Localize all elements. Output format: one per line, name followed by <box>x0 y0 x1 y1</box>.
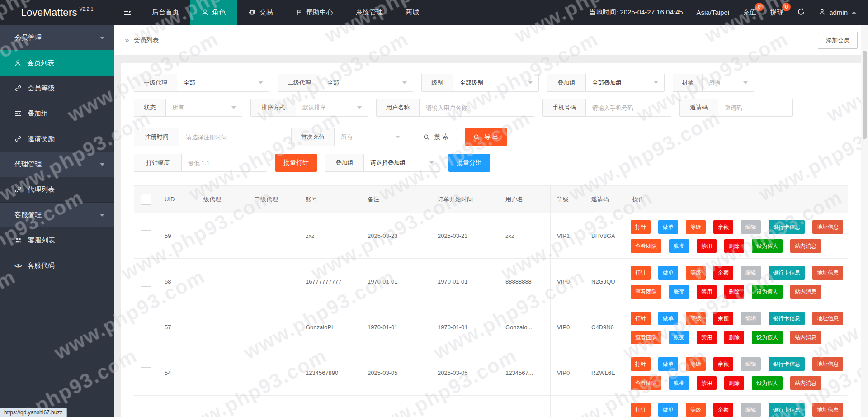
balance-button[interactable]: 余额 <box>713 357 733 371</box>
inject-button[interactable]: 打针 <box>631 403 651 417</box>
nav-help-center[interactable]: 帮助中心 <box>284 0 344 25</box>
level-button[interactable]: 等级 <box>686 312 706 325</box>
inject-button[interactable]: 打针 <box>631 220 651 234</box>
edit-button[interactable]: 编辑 <box>741 266 761 280</box>
make-order-button[interactable]: 做单 <box>658 403 678 417</box>
address-button[interactable]: 地址信息 <box>812 357 843 371</box>
set-fake-button[interactable]: 设为假人 <box>752 239 783 253</box>
recharge-link[interactable]: 充值 0 <box>743 8 756 17</box>
row-checkbox[interactable] <box>141 276 151 287</box>
address-button[interactable]: 地址信息 <box>812 266 843 280</box>
balance-button[interactable]: 余额 <box>713 220 733 234</box>
balance-button[interactable]: 余额 <box>713 403 733 417</box>
admin-menu[interactable]: admin <box>819 9 857 17</box>
row-checkbox[interactable] <box>141 230 151 241</box>
level-button[interactable]: 等级 <box>686 220 706 234</box>
level-button[interactable]: 等级 <box>686 357 706 371</box>
view-team-button[interactable]: 查看团队 <box>631 331 661 344</box>
sidebar-item-invite-reward[interactable]: 邀请奖励 <box>0 126 114 152</box>
sidebar-group-member-management[interactable]: 会员管理 <box>0 25 114 50</box>
edit-button[interactable]: 编辑 <box>741 403 761 417</box>
nav-mall[interactable]: 商城 <box>394 0 430 25</box>
filter-overlay-group-select[interactable]: 全部叠加组 <box>586 74 664 91</box>
account-change-button[interactable]: 账变 <box>669 239 689 253</box>
timezone-select[interactable]: Asia/Taipei <box>697 9 730 16</box>
sidebar-item-member-list[interactable]: 会员列表 <box>0 50 114 76</box>
search-button[interactable]: 搜 索 <box>415 128 457 146</box>
disable-button[interactable]: 禁用 <box>697 331 717 344</box>
inject-button[interactable]: 打针 <box>631 266 651 280</box>
nav-system[interactable]: 系统管理 <box>344 0 394 25</box>
inject-button[interactable]: 打针 <box>631 357 651 371</box>
site-message-button[interactable]: 站内消息 <box>790 239 821 253</box>
set-fake-button[interactable]: 设为假人 <box>752 331 783 344</box>
add-member-button[interactable]: 添加会员 <box>818 32 858 49</box>
address-button[interactable]: 地址信息 <box>812 312 843 325</box>
filter-second-agent-select[interactable]: 全部 <box>321 74 413 91</box>
filter-username-input[interactable] <box>420 99 534 116</box>
withdraw-link[interactable]: 提现 0 <box>770 8 783 17</box>
view-team-button[interactable]: 查看团队 <box>631 239 661 253</box>
row-checkbox[interactable] <box>141 413 151 417</box>
nav-roles[interactable]: 角色 <box>190 0 237 25</box>
filter-sort-select[interactable]: 默认排序 <box>296 99 368 116</box>
inject-button[interactable]: 打针 <box>631 312 651 325</box>
delete-button[interactable]: 删除 <box>724 331 744 344</box>
delete-button[interactable]: 删除 <box>724 285 744 299</box>
filter-first-agent-select[interactable]: 全部 <box>177 74 269 91</box>
make-order-button[interactable]: 做单 <box>658 357 678 371</box>
sidebar-item-overlay-group[interactable]: 叠加组 <box>0 101 114 126</box>
make-order-button[interactable]: 做单 <box>658 312 678 325</box>
sidebar-item-service-list[interactable]: 客服列表 <box>0 227 114 253</box>
make-order-button[interactable]: 做单 <box>658 220 678 234</box>
bank-card-button[interactable]: 银行卡信息 <box>769 220 805 234</box>
edit-button[interactable]: 编辑 <box>741 220 761 234</box>
sidebar-item-agent-list[interactable]: 代理列表 <box>0 177 114 202</box>
nav-trade[interactable]: 交易 <box>237 0 284 25</box>
balance-button[interactable]: 余额 <box>713 312 733 325</box>
sidebar-item-service-code[interactable]: </>客服代码 <box>0 253 114 278</box>
site-message-button[interactable]: 站内消息 <box>790 376 821 390</box>
vertical-scrollbar[interactable] <box>861 25 868 417</box>
delete-button[interactable]: 删除 <box>724 239 744 253</box>
set-fake-button[interactable]: 设为假人 <box>752 376 783 390</box>
nav-dashboard[interactable]: 后台首页 <box>141 0 190 25</box>
filter-batch-overlay-group-select[interactable]: 请选择叠加组 <box>364 154 440 171</box>
disable-button[interactable]: 禁用 <box>697 376 717 390</box>
make-order-button[interactable]: 做单 <box>658 266 678 280</box>
scrollbar-thumb[interactable] <box>863 51 867 139</box>
balance-button[interactable]: 余额 <box>713 266 733 280</box>
edit-button[interactable]: 编辑 <box>741 312 761 325</box>
edit-button[interactable]: 编辑 <box>741 357 761 371</box>
export-button[interactable]: 导 出 <box>465 128 507 146</box>
filter-inject-range-input[interactable] <box>182 154 267 171</box>
filter-invite-code-input[interactable] <box>718 99 792 116</box>
sidebar-collapse-button[interactable] <box>114 0 141 25</box>
sidebar-group-service-management[interactable]: 客服管理 <box>0 202 114 227</box>
row-checkbox[interactable] <box>141 322 151 332</box>
disable-button[interactable]: 禁用 <box>697 285 717 299</box>
account-change-button[interactable]: 账变 <box>669 331 689 344</box>
bank-card-button[interactable]: 银行卡信息 <box>769 266 805 280</box>
refresh-button[interactable] <box>797 8 805 17</box>
view-team-button[interactable]: 查看团队 <box>631 376 661 390</box>
filter-level-select[interactable]: 全部级别 <box>453 74 538 91</box>
filter-phone-input[interactable] <box>586 99 671 116</box>
batch-group-button[interactable]: 批量分组 <box>448 154 490 172</box>
row-checkbox[interactable] <box>141 367 151 378</box>
bank-card-button[interactable]: 银行卡信息 <box>769 312 805 325</box>
sidebar-item-member-level[interactable]: 会员等级 <box>0 76 114 101</box>
filter-register-time-input[interactable] <box>179 128 283 146</box>
batch-inject-button[interactable]: 批量打针 <box>275 154 317 172</box>
disable-button[interactable]: 禁用 <box>697 239 717 253</box>
set-fake-button[interactable]: 设为假人 <box>752 285 783 299</box>
view-team-button[interactable]: 查看团队 <box>631 285 661 299</box>
address-button[interactable]: 地址信息 <box>812 220 843 234</box>
select-all-checkbox[interactable] <box>141 194 151 205</box>
bank-card-button[interactable]: 银行卡信息 <box>769 403 805 417</box>
site-message-button[interactable]: 站内消息 <box>790 331 821 344</box>
bank-card-button[interactable]: 银行卡信息 <box>769 357 805 371</box>
account-change-button[interactable]: 账变 <box>669 285 689 299</box>
filter-first-recharge-select[interactable]: 所有 <box>335 128 406 146</box>
address-button[interactable]: 地址信息 <box>812 403 843 417</box>
